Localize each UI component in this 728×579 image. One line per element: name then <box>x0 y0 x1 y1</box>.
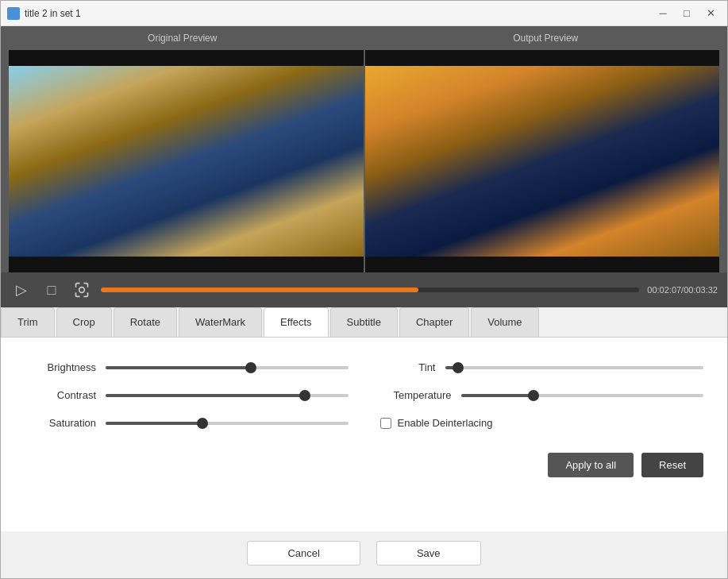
contrast-row: Contrast <box>25 389 349 401</box>
output-bottom-bar <box>365 257 720 272</box>
contrast-fill <box>106 394 305 397</box>
effects-right-col: Tint Temperature <box>380 353 704 515</box>
brightness-fill <box>106 366 251 369</box>
temperature-thumb[interactable] <box>528 390 539 401</box>
window-controls: ─ □ ✕ <box>653 6 721 21</box>
app-icon <box>7 7 20 20</box>
apply-to-all-button[interactable]: Apply to all <box>548 453 634 477</box>
tab-trim[interactable]: Trim <box>1 307 55 337</box>
temperature-label: Temperature <box>380 389 452 401</box>
time-display: 00:02:07/00:03:32 <box>647 285 718 295</box>
deinterlacing-row: Enable Deinterlacing <box>380 417 704 429</box>
action-buttons-row: Apply to all Reset <box>380 445 704 477</box>
output-top-bar <box>365 50 720 66</box>
tint-thumb[interactable] <box>453 362 464 373</box>
svg-point-0 <box>79 288 85 293</box>
tab-volume[interactable]: Volume <box>471 307 538 337</box>
original-video-frame <box>9 66 364 257</box>
contrast-label: Contrast <box>25 389 96 401</box>
app-window: title 2 in set 1 ─ □ ✕ Original Preview … <box>0 0 728 579</box>
saturation-slider[interactable] <box>106 422 349 425</box>
tint-row: Tint <box>380 361 704 373</box>
maximize-button[interactable]: □ <box>676 6 697 21</box>
original-video-container <box>9 50 364 272</box>
title-bar: title 2 in set 1 ─ □ ✕ <box>1 1 727 26</box>
effects-grid: Brightness Contrast <box>25 353 703 515</box>
play-button[interactable]: ▷ <box>10 279 33 301</box>
temperature-row: Temperature <box>380 389 704 401</box>
window-title: title 2 in set 1 <box>25 8 653 19</box>
tab-chapter[interactable]: Chapter <box>399 307 469 337</box>
preview-labels: Original Preview Output Preview <box>1 26 727 50</box>
progress-bar[interactable] <box>101 288 639 292</box>
close-button[interactable]: ✕ <box>700 6 721 21</box>
reset-button[interactable]: Reset <box>641 453 703 477</box>
tabs-panel: Trim Crop Rotate WaterMark Effects Subti… <box>1 307 727 531</box>
contrast-slider[interactable] <box>106 394 349 397</box>
original-preview-label: Original Preview <box>1 26 364 50</box>
contrast-thumb[interactable] <box>299 390 310 401</box>
saturation-thumb[interactable] <box>197 418 208 429</box>
effects-left-col: Brightness Contrast <box>25 353 349 515</box>
tint-label: Tint <box>380 361 436 373</box>
temperature-slider[interactable] <box>461 394 704 397</box>
brightness-label: Brightness <box>25 361 96 373</box>
stop-button[interactable]: □ <box>40 279 63 301</box>
tab-effects[interactable]: Effects <box>264 307 329 337</box>
brightness-thumb[interactable] <box>245 362 256 373</box>
brightness-slider[interactable] <box>106 366 349 369</box>
progress-bar-fill <box>101 288 418 292</box>
original-video-image <box>9 66 364 257</box>
saturation-fill <box>106 422 202 425</box>
brightness-row: Brightness <box>25 361 349 373</box>
save-button[interactable]: Save <box>376 541 481 565</box>
screenshot-button[interactable] <box>71 279 93 301</box>
tab-crop[interactable]: Crop <box>56 307 112 337</box>
output-video-image <box>365 66 720 257</box>
output-preview-label: Output Preview <box>364 26 728 50</box>
deinterlacing-label: Enable Deinterlacing <box>398 417 493 429</box>
output-video-container <box>365 50 720 272</box>
output-video-frame <box>365 66 720 257</box>
cancel-button[interactable]: Cancel <box>247 541 360 565</box>
minimize-button[interactable]: ─ <box>653 6 673 21</box>
tint-slider[interactable] <box>445 366 704 369</box>
original-top-bar <box>9 50 364 66</box>
preview-area: Original Preview Output Preview ▷ <box>1 26 727 307</box>
tab-rotate[interactable]: Rotate <box>114 307 177 337</box>
tab-watermark[interactable]: WaterMark <box>179 307 262 337</box>
tabs-bar: Trim Crop Rotate WaterMark Effects Subti… <box>1 307 727 338</box>
temperature-fill <box>461 394 534 397</box>
footer-buttons: Cancel Save <box>1 531 727 578</box>
saturation-row: Saturation <box>25 417 349 429</box>
saturation-label: Saturation <box>25 417 96 429</box>
tab-subtitle[interactable]: Subtitle <box>330 307 398 337</box>
preview-videos <box>1 50 727 272</box>
controls-bar: ▷ □ 00:02:07/00:03:32 <box>1 272 727 307</box>
deinterlacing-checkbox[interactable] <box>380 418 391 429</box>
effects-tab-content: Brightness Contrast <box>1 338 727 531</box>
original-bottom-bar <box>9 257 364 272</box>
